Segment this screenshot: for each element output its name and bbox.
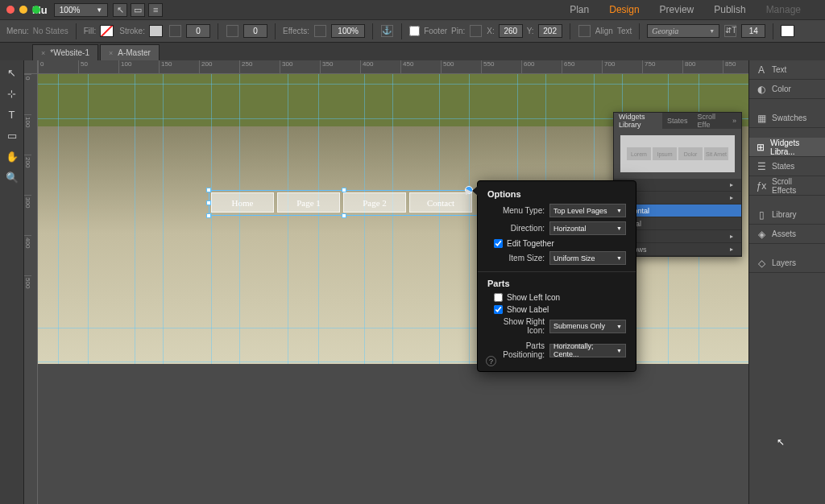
fill-swatch[interactable] [100, 25, 114, 37]
menu-item[interactable]: Page 1 [277, 192, 340, 213]
guide-vertical[interactable] [469, 74, 470, 364]
panel-label: Scroll Effects [772, 177, 819, 195]
guide-horizontal[interactable] [38, 361, 748, 362]
menu-item[interactable]: Contact [409, 192, 472, 213]
panel-library[interactable]: ▯Library [749, 205, 825, 225]
x-input[interactable]: 260 [499, 24, 523, 38]
guide-horizontal[interactable] [38, 84, 748, 85]
minimize-window-icon[interactable] [19, 6, 27, 14]
view-button[interactable]: ≡ [148, 3, 163, 17]
guide-vertical[interactable] [88, 74, 89, 364]
hand-tool[interactable]: ✋ [5, 149, 19, 163]
show-left-icon-checkbox[interactable] [494, 293, 503, 302]
panel-tab[interactable]: Widgets Library [614, 113, 662, 129]
font-select[interactable]: Georgia▼ [647, 24, 719, 38]
panel-tab[interactable]: States [662, 117, 693, 125]
text-tool[interactable]: T [5, 107, 19, 122]
guide-vertical[interactable] [135, 74, 135, 364]
redo-button[interactable]: ▭ [131, 3, 145, 17]
close-tab-icon[interactable]: × [109, 49, 113, 57]
ruler-horizontal[interactable]: 0501001502002503003504004505005506006507… [38, 60, 748, 74]
guide-vertical[interactable] [364, 74, 365, 364]
help-icon[interactable]: ? [486, 356, 496, 366]
guide-horizontal[interactable] [38, 328, 748, 328]
guide-vertical[interactable] [239, 74, 240, 364]
maximize-window-icon[interactable] [32, 6, 40, 14]
align-label[interactable]: Align [595, 27, 613, 35]
more-tabs-icon[interactable]: » [728, 117, 741, 125]
document-tab[interactable]: ×*Website-1 [32, 44, 98, 60]
anchor-icon[interactable]: ⚓ [381, 25, 393, 37]
canvas[interactable]: 0501001502002503003504004505005506006507… [24, 60, 748, 504]
guide-vertical[interactable] [211, 74, 212, 364]
document-tab[interactable]: ×A-Master [100, 44, 160, 60]
menu-item[interactable]: Page 2 [343, 192, 406, 213]
panel-color[interactable]: ◐Color [749, 80, 825, 99]
menu-type-select[interactable]: Top Level Pages▼ [549, 204, 626, 217]
undo-button[interactable]: ↖ [113, 3, 127, 17]
ruler-origin[interactable] [24, 60, 38, 74]
guide-vertical[interactable] [58, 74, 59, 364]
resize-handle[interactable] [206, 213, 211, 218]
guide-vertical[interactable] [318, 74, 319, 364]
rectangle-tool[interactable]: ▭ [5, 128, 19, 143]
guide-vertical[interactable] [392, 74, 393, 364]
guide-vertical[interactable] [439, 74, 440, 364]
workspace-tab-plan[interactable]: Plan [570, 4, 589, 15]
font-size-input[interactable]: 14 [741, 24, 765, 38]
menu-item[interactable]: Home [211, 192, 274, 213]
y-input[interactable]: 202 [538, 24, 562, 38]
panel-swatches[interactable]: ▦Swatches [749, 109, 825, 128]
selection-tool[interactable]: ↖ [5, 65, 19, 80]
opacity-input[interactable]: 100% [331, 24, 365, 38]
corner-radius-input[interactable]: 0 [243, 24, 267, 38]
stroke-width-input[interactable]: 0 [186, 24, 210, 38]
ruler-tick: 700 [602, 60, 642, 74]
panel-text[interactable]: AText [749, 60, 825, 80]
chevron-down-icon: ▼ [709, 28, 715, 34]
pin-grid-icon[interactable] [470, 25, 482, 37]
item-size-label: Item Size: [487, 254, 545, 262]
parts-position-select[interactable]: Horizontally; Cente...▼ [549, 344, 626, 357]
edit-together-checkbox[interactable] [494, 239, 503, 248]
stroke-align-icon[interactable] [169, 25, 181, 37]
panel-states[interactable]: ☰States [749, 157, 825, 176]
stroke-swatch[interactable] [149, 25, 163, 37]
menu-state-value[interactable]: No States [33, 27, 68, 35]
crop-tool[interactable]: ⊹ [5, 86, 19, 101]
direction-select[interactable]: Horizontal▼ [549, 221, 626, 235]
workspace-tab-manage[interactable]: Manage [766, 4, 801, 15]
zoom-select[interactable]: 100%▼ [54, 3, 109, 17]
workspace-tab-preview[interactable]: Preview [660, 4, 694, 15]
workspace-tab-publish[interactable]: Publish [714, 4, 745, 15]
guide-vertical[interactable] [163, 74, 164, 364]
footer-checkbox[interactable] [409, 26, 420, 36]
workspace-tab-design[interactable]: Design [609, 4, 639, 15]
chevron-right-icon: ▸ [730, 194, 733, 201]
text-color-swatch[interactable] [781, 25, 794, 37]
close-window-icon[interactable] [6, 6, 15, 14]
close-tab-icon[interactable]: × [41, 49, 45, 57]
show-right-icon-select[interactable]: Submenus Only▼ [549, 320, 626, 333]
item-size-select[interactable]: Uniform Size▼ [549, 251, 626, 265]
panel-tab[interactable]: Scroll Effe [693, 113, 728, 129]
effects-icon[interactable] [314, 25, 326, 37]
panel-scroll-effects[interactable]: ƒxScroll Effects [749, 176, 825, 196]
document-tab-label: A-Master [118, 48, 151, 57]
text-label[interactable]: Text [617, 27, 632, 35]
panel-layers[interactable]: ◇Layers [749, 254, 825, 273]
ruler-tick: 850 [723, 60, 748, 74]
canvas-pasteboard[interactable] [38, 364, 748, 504]
panel-assets[interactable]: ◈Assets [749, 225, 825, 244]
align-icon[interactable] [578, 25, 591, 37]
item-size-value: Uniform Size [553, 254, 595, 262]
guide-vertical[interactable] [288, 74, 288, 364]
panel-widgets-libra-[interactable]: ⊞Widgets Libra... [749, 138, 825, 157]
zoom-tool[interactable]: 🔍 [5, 170, 19, 184]
resize-handle[interactable] [342, 213, 346, 218]
show-label-checkbox[interactable] [494, 305, 503, 314]
corners-icon[interactable] [226, 25, 238, 37]
panel-icon: ☰ [756, 161, 767, 172]
menu-widget[interactable]: HomePage 1Page 2Contact [211, 192, 472, 213]
ruler-vertical[interactable]: 0100200300400500 [24, 74, 38, 504]
